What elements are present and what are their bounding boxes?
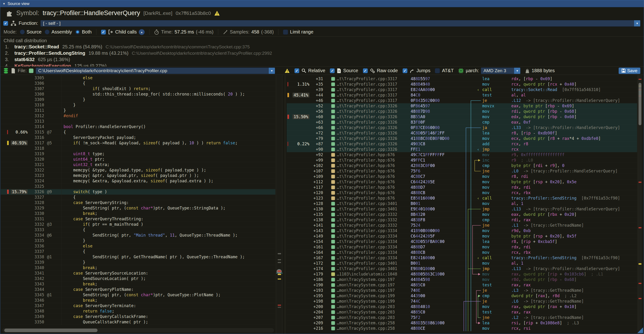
source-line-row[interactable]: 3310} [1,102,275,108]
source-line-row[interactable]: 3318 [1,146,275,151]
asm-instruction-row[interactable]: +102…t\TracyProfiler.hpp:67642803C0F00cm… [287,163,637,168]
asm-instruction-row[interactable]: +135…t\TracyProfiler.cpp:33328B4320movea… [287,212,637,217]
asm-instruction-row[interactable]: +186…mon\TracySystem.cpp:197448B4598movr… [287,277,637,282]
source-checkbox[interactable]: ✓ [330,68,335,73]
source-line-row[interactable]: 3327{ [1,195,275,200]
source-line-row[interactable]: 15.79%3326@9switch( type ) [1,189,275,195]
child-calls-checkbox[interactable]: ✓ [101,29,106,35]
source-line-row[interactable]: 3335} [1,238,275,243]
source-line-row[interactable]: 3333{ [1,227,275,233]
child-call-row[interactable]: 4.KeSynchronizeExecution125 µs (0.27%) [4,63,644,67]
asm-instruction-row[interactable]: +112…t\TracyProfiler.hpp:676C64424205Emo… [287,179,637,185]
resize-grip[interactable] [638,328,643,333]
asm-instruction-row[interactable]: +117…t\TracyProfiler.hpp:676488BD7movrdx… [287,185,637,190]
source-line-row[interactable]: 3348return false; [1,309,275,314]
source-line-row[interactable]: 3316ServerQueryPacket payload; [1,135,275,140]
source-line-row[interactable]: 3314bool Profiler::HandleServerQuery() [1,124,275,130]
asm-instruction-row[interactable]: +149…t\TracyProfiler.cpp:3334C64424205Fm… [287,233,637,239]
source-scroll-strip[interactable] [276,75,282,334]
asm-instruction-row[interactable]: +63…t\TracyProfiler.cpp:332683F80Fcmpeax… [287,120,637,125]
source-line-row[interactable]: 3324memcpy( &extra, &payload.extra, size… [1,178,275,184]
source-line-row[interactable]: 3308std::this_thread::sleep_for( std::ch… [1,92,275,97]
asm-instruction-row[interactable]: +90…t\TracyProfiler.cpp:3326FFE1‹jmprcx [287,147,637,152]
source-line-row[interactable]: 3350QueueCallstackFrame( ptr ); [1,319,275,325]
asm-instruction-row[interactable]: +200…mon\TracySystem.cpp:203488B4010movr… [287,304,637,310]
source-line-row[interactable]: 3339} [1,260,275,265]
source-line-row[interactable]: 3312#endif [1,113,275,119]
asm-instruction-row[interactable]: +128…t\TracyProfiler.cpp:3401B001moval, … [287,201,637,206]
assembly-scrollbar[interactable] [638,75,642,334]
asm-instruction-row[interactable]: +130…t\TracyProfiler.cpp:3401E9E4010000j… [287,206,637,212]
source-line-row[interactable]: 3320uint64_t ptr; [1,157,275,162]
source-line-row[interactable]: 3322memcpy( &type, &payload.type, sizeof… [1,167,275,173]
relative-toggle[interactable]: ✓ Relative [294,68,325,73]
scrollbar-thumb[interactable] [638,83,642,125]
asm-instruction-row[interactable]: +31…t\TracyProfiler.cpp:3317488D5597lear… [287,76,637,82]
asm-instruction-row[interactable]: +92…t\TracyProfiler.hpp:67649C7C1FFFFFFF… [287,152,637,158]
asm-instruction-row[interactable]: +172…t\TracyProfiler.cpp:3401B001moval, … [287,261,637,266]
asm-instruction-row[interactable]: +79…t\TracyProfiler.cpp:3326418B8C80E0BF… [287,136,637,141]
asm-instruction-row[interactable]: +141…t\TracyProfiler.cpp:33327524jne.L1 … [287,223,637,228]
asm-instruction-row[interactable]: +66…t\TracyProfiler.cpp:33260F87CE060000… [287,125,637,131]
jumps-toggle[interactable]: ✓ Jumps [402,68,430,73]
source-line-row[interactable]: 3331case ServerQueryThreadString: [1,216,275,222]
source-line-row[interactable]: 46.93%3317@5if( !m_sock->Read( &payload,… [1,140,275,146]
asm-instruction-row[interactable]: +123…t\TracyProfiler.hpp:676E850160000‹c… [287,195,637,201]
asm-instruction-row[interactable]: 45.41%+44…t\TracyProfiler.cpp:331784C0te… [287,92,637,98]
att-toggle[interactable]: AT&T [435,68,454,73]
scrollbar-thumb[interactable] [4,329,98,332]
asm-instruction-row[interactable]: +216…mon\TracySystem.cpp:258488BCEmovrcx… [287,326,637,331]
source-line-row[interactable]: 3325 [1,184,275,189]
source-line-row[interactable]: 0.66%3315@7{ [1,130,275,135]
asm-instruction-row[interactable]: +72…t\TracyProfiler.cpp:33264C8D05F146F2… [287,131,637,136]
source-line-row[interactable]: 3329SendString( ptr, (const char*)ptr, Q… [1,205,275,211]
asm-instruction-row[interactable]: +174…t\TracyProfiler.cpp:3401E9B8010000j… [287,266,637,272]
asm-instruction-row[interactable]: 1.31%+35…t\TracyProfiler.cpp:3317488B494… [287,82,637,87]
asm-instruction-row[interactable]: +164…t\TracyProfiler.cpp:3334488BCBmovrc… [287,250,637,255]
asm-instruction-row[interactable]: +204…mon\TracySystem.cpp:2034885C0testra… [287,310,637,315]
child-calls-collapse-button[interactable]: ▲ [138,29,145,35]
asm-instruction-row[interactable]: +179…1103\include\atomic:1048488B05B63C1… [287,272,637,277]
asm-instruction-row[interactable]: +109…t\TracyProfiler.hpp:6764C8BC7movr8,… [287,174,637,179]
source-line-row[interactable]: 3309} [1,97,275,102]
source-line-row[interactable]: 3313 [1,119,275,124]
source-line-row[interactable]: 3332@3if( ptr == m_mainThread ) [1,222,275,227]
asm-instruction-row[interactable]: +138…t\TracyProfiler.cpp:3332483BF8cmprd… [287,217,637,223]
asm-instruction-row[interactable]: +39…t\TracyProfiler.cpp:3317E824AA0000‹c… [287,87,637,92]
save-button[interactable]: Save [618,67,640,74]
asm-instruction-row[interactable]: +46…t\TracyProfiler.cpp:33170F8435020000… [287,98,637,103]
uarch-select-arrow[interactable]: ▼ [514,68,520,74]
child-call-row[interactable]: 3.stat64i32625 µs (1.36%) [4,56,644,63]
source-line-row[interactable]: 3330break; [1,211,275,216]
file-select-arrow[interactable]: ▼ [269,68,275,74]
asm-instruction-row[interactable]: +56…t\TracyProfiler.cpp:3326488B7D98movr… [287,109,637,114]
source-line-row[interactable]: 3345@1SendString( ptr, (const char*)ptr,… [1,292,275,298]
relative-checkbox[interactable]: ✓ [294,68,300,73]
source-line-row[interactable]: 3328case ServerQueryString: [1,200,275,205]
source-line-row[interactable]: 3306{ [1,81,275,86]
source-line-row[interactable]: 3323memcpy( &ptr, &payload.ptr, sizeof( … [1,173,275,178]
asm-instruction-row[interactable]: +195…mon\TracySystem.cpp:199443900cmpdwo… [287,293,637,299]
asm-instruction-row[interactable]: +190…mon\TracySystem.cpp:1974885C0testra… [287,282,637,288]
mode-radio-assembly[interactable]: Assembly [45,29,72,35]
asm-instruction-row[interactable]: +120…t\TracyProfiler.hpp:676488BCBmovrcx… [287,190,637,195]
source-line-row[interactable]: 3341case ServerQuerySourceLocation: [1,271,275,276]
jumps-checkbox[interactable]: ✓ [402,68,408,73]
function-select[interactable]: [ - self - ] ▼ [40,20,640,27]
asm-instruction-row[interactable]: +143…t\TracyProfiler.cpp:333441B90B00000… [287,228,637,233]
source-line-row[interactable]: 3337{ [1,249,275,254]
source-toggle[interactable]: ✓ Source [330,68,358,73]
asm-instruction-row[interactable]: 15.50%+60…t\TracyProfiler.cpp:33268B55A0… [287,114,637,120]
child-call-row[interactable]: 2.tracy::Profiler::SendLongString19.88 m… [4,50,644,56]
uarch-select[interactable]: AMD Zen 3 ▼ [481,67,520,74]
source-line-row[interactable]: 3346break; [1,298,275,303]
source-line-row[interactable]: 3334@6SendString( ptr, "Main thread", 11… [1,233,275,238]
asm-instruction-row[interactable]: +193…mon\TracySystem.cpp:197740Eje.L3 ->… [287,288,637,293]
att-checkbox[interactable] [435,68,440,73]
raw-code-checkbox[interactable]: ✓ [363,68,368,73]
asm-instruction-row[interactable]: +209…mon\TracySystem.cpp:258488D35E88610… [287,320,637,326]
asm-instruction-row[interactable]: +154…t\TracyProfiler.cpp:33344C8D055FBA0… [287,239,637,244]
window-titlebar[interactable]: ▼ Source view [0,0,644,7]
file-select[interactable]: C:\Users\wolf\Desktop\darkrl\contrib\tra… [36,67,275,74]
asm-instruction-row[interactable]: +167…t\TracyProfiler.cpp:3334E824160000‹… [287,255,637,261]
